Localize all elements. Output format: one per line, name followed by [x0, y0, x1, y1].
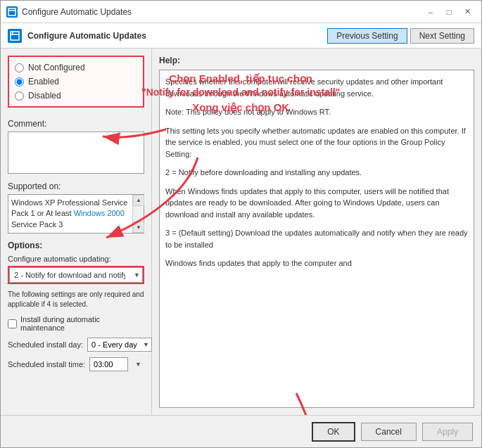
help-para-3: This setting lets you specify whether au…	[165, 125, 468, 160]
options-label: Options:	[8, 241, 144, 250]
enabled-label: Enabled	[28, 77, 59, 87]
window-title: Configure Automatic Updates	[22, 7, 422, 17]
disabled-radio[interactable]	[15, 91, 24, 101]
comment-textarea[interactable]	[8, 132, 144, 174]
next-setting-button[interactable]: Next Setting	[410, 28, 474, 44]
configure-label: Configure automatic updating:	[8, 255, 144, 263]
not-configured-radio-item[interactable]: Not Configured	[15, 63, 137, 72]
full-content: Chọn Enabled, tiếp tục chọn "Notify for …	[1, 49, 481, 415]
right-panel: Help: Specifies whether this computer wi…	[152, 49, 481, 415]
not-configured-radio[interactable]	[15, 63, 24, 72]
radio-group: Not Configured Enabled Disabled	[8, 56, 144, 108]
minimize-button[interactable]: –	[422, 5, 439, 19]
toolbar: Configure Automatic Updates Previous Set…	[1, 23, 481, 49]
help-para-2: Note: This policy does not apply to Wind…	[165, 106, 468, 118]
configure-dropdown-container: 2 - Notify for download and notify for i…	[8, 266, 144, 284]
toolbar-icon	[8, 29, 22, 43]
title-bar-controls: – □ ✕	[422, 5, 476, 19]
maintenance-checkbox[interactable]	[8, 319, 17, 328]
enabled-radio-item[interactable]: Enabled	[15, 77, 137, 87]
configure-dropdown[interactable]: 2 - Notify for download and notify for i…	[9, 267, 143, 283]
disabled-radio-item[interactable]: Disabled	[15, 91, 137, 101]
apply-button[interactable]: Apply	[422, 423, 473, 441]
left-panel: Not Configured Enabled Disabled Comment:	[1, 49, 152, 415]
comment-label: Comment:	[8, 119, 144, 129]
cancel-button[interactable]: Cancel	[361, 423, 417, 441]
maintenance-checkbox-item[interactable]: Install during automatic maintenance	[8, 315, 144, 332]
supported-label: Supported on:	[8, 181, 144, 191]
ok-button[interactable]: OK	[312, 422, 355, 442]
close-button[interactable]: ✕	[459, 5, 476, 19]
window-icon	[6, 6, 18, 18]
supported-section: Supported on: Windows XP Professional Se…	[8, 181, 144, 233]
maintenance-label: Install during automatic maintenance	[20, 315, 144, 332]
scheduled-time-dropdown-wrap: 03:00 00:00 01:00 ▼	[89, 357, 144, 371]
scroll-up-arrow[interactable]: ▲	[133, 195, 144, 206]
maximize-button[interactable]: □	[440, 5, 457, 19]
help-para-7: Windows finds updates that apply to the …	[165, 257, 468, 269]
note-text: The following settings are only required…	[8, 290, 144, 309]
comment-section: Comment:	[8, 119, 144, 176]
bottom-bar: OK Cancel Apply	[1, 415, 481, 447]
options-section: Options: Configure automatic updating: 2…	[8, 241, 144, 377]
scroll-down-arrow[interactable]: ▼	[133, 222, 144, 233]
main-window: Configure Automatic Updates – □ ✕ Config…	[0, 0, 482, 448]
svg-rect-2	[11, 32, 19, 40]
content-area: Not Configured Enabled Disabled Comment:	[1, 49, 481, 415]
help-para-6: 3 = (Default setting) Download the updat…	[165, 227, 468, 250]
toolbar-title: Configure Automatic Updates	[27, 31, 322, 41]
help-content[interactable]: Specifies whether this computer will rec…	[159, 70, 474, 408]
supported-scrollbar[interactable]: ▲ ▼	[132, 195, 144, 233]
nav-buttons: Previous Setting Next Setting	[327, 28, 474, 44]
scheduled-day-label: Scheduled install day:	[8, 340, 83, 349]
help-para-5: When Windows finds updates that apply to…	[165, 186, 468, 221]
not-configured-label: Not Configured	[28, 63, 85, 72]
scheduled-time-label: Scheduled install time:	[8, 360, 85, 369]
scheduled-day-dropdown[interactable]: 0 - Every day 1 - Sunday 2 - Monday	[87, 338, 152, 352]
disabled-label: Disabled	[28, 91, 61, 101]
previous-setting-button[interactable]: Previous Setting	[327, 28, 407, 44]
time-dropdown-arrow: ▼	[135, 361, 141, 368]
help-para-1: Specifies whether this computer will rec…	[165, 76, 468, 99]
scheduled-time-dropdown[interactable]: 03:00 00:00 01:00	[89, 357, 128, 371]
supported-text: Windows XP Professional Service Pack 1 o…	[11, 198, 127, 229]
title-bar: Configure Automatic Updates – □ ✕	[1, 1, 481, 23]
enabled-radio[interactable]	[15, 77, 24, 87]
supported-box: Windows XP Professional Service Pack 1 o…	[8, 194, 144, 233]
help-label: Help:	[159, 56, 474, 65]
scheduled-day-dropdown-wrap: 0 - Every day 1 - Sunday 2 - Monday ▼	[87, 338, 152, 352]
scheduled-day-row: Scheduled install day: 0 - Every day 1 -…	[8, 338, 144, 352]
help-para-4: 2 = Notify before downloading and instal…	[165, 167, 468, 179]
scheduled-time-row: Scheduled install time: 03:00 00:00 01:0…	[8, 357, 144, 371]
svg-rect-0	[8, 8, 15, 15]
